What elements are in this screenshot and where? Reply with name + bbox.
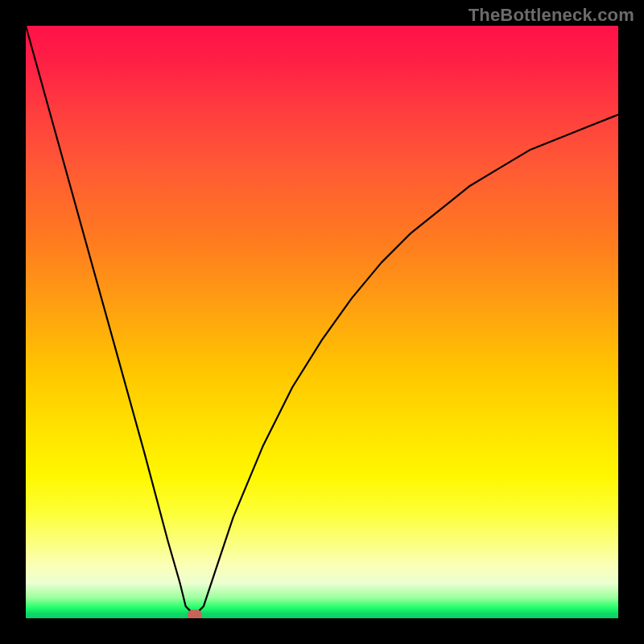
chart-frame: TheBottleneck.com	[0, 0, 644, 644]
watermark-text: TheBottleneck.com	[469, 5, 634, 26]
plot-area	[26, 26, 618, 618]
heat-gradient	[26, 26, 618, 618]
minimum-marker	[188, 609, 202, 618]
